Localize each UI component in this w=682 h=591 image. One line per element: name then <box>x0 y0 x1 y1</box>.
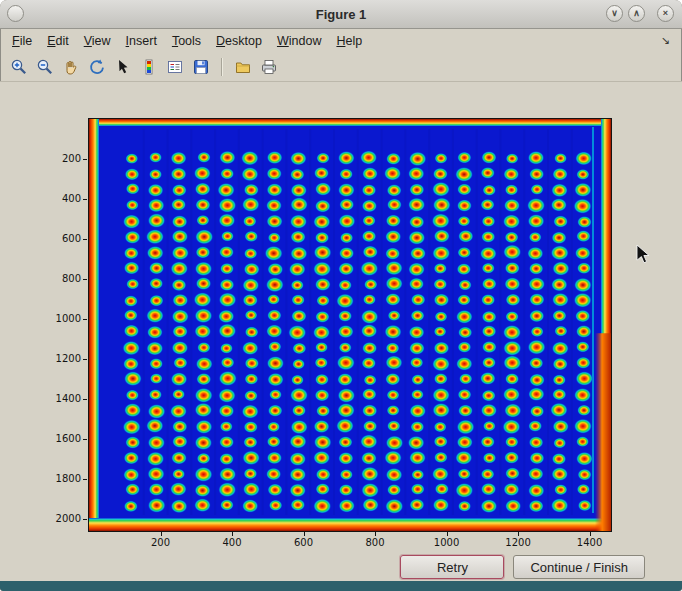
title-bar[interactable]: Figure 1 ∨ ∧ × <box>0 0 682 29</box>
y-tick-label: 2000 <box>39 513 81 524</box>
y-tick-label: 200 <box>39 153 81 164</box>
zoom-out-icon[interactable] <box>33 55 56 78</box>
close-button[interactable]: × <box>657 5 674 22</box>
chevron-up-icon: ∧ <box>633 9 640 18</box>
menu-window[interactable]: Window <box>277 34 321 48</box>
y-tick-mark <box>83 279 87 280</box>
menu-view[interactable]: View <box>84 34 111 48</box>
x-tick-mark <box>590 532 591 536</box>
window-title: Figure 1 <box>316 7 367 22</box>
continue-finish-button[interactable]: Continue / Finish <box>513 555 645 579</box>
toolbar <box>0 52 682 82</box>
y-tick-mark <box>83 239 87 240</box>
x-tick-mark <box>161 532 162 536</box>
legend-icon[interactable] <box>163 55 186 78</box>
y-tick-label: 600 <box>39 233 81 244</box>
minimize-button[interactable]: ∨ <box>606 5 623 22</box>
y-tick-label: 1400 <box>39 393 81 404</box>
toolbar-separator <box>221 58 222 76</box>
figure-window: Figure 1 ∨ ∧ × FileEditViewInsertToolsDe… <box>0 0 682 591</box>
x-tick-label: 1000 <box>427 537 467 548</box>
x-tick-mark <box>375 532 376 536</box>
menu-bar: FileEditViewInsertToolsDesktopWindowHelp… <box>0 29 682 52</box>
close-icon: × <box>663 9 668 18</box>
y-tick-mark <box>83 399 87 400</box>
open-icon[interactable] <box>231 55 254 78</box>
x-tick-label: 400 <box>212 537 252 548</box>
pan-icon[interactable] <box>59 55 82 78</box>
y-tick-mark <box>83 479 87 480</box>
menu-overflow-icon[interactable]: ↘ <box>661 34 670 47</box>
x-tick-mark <box>518 532 519 536</box>
x-tick-label: 600 <box>284 537 324 548</box>
y-tick-label: 800 <box>39 273 81 284</box>
menu-desktop[interactable]: Desktop <box>216 34 262 48</box>
print-icon[interactable] <box>257 55 280 78</box>
plot-image[interactable] <box>89 119 611 531</box>
rotate-3d-icon[interactable] <box>85 55 108 78</box>
y-tick-mark <box>83 439 87 440</box>
menu-insert[interactable]: Insert <box>126 34 157 48</box>
y-tick-label: 1200 <box>39 353 81 364</box>
save-icon[interactable] <box>189 55 212 78</box>
x-tick-mark <box>232 532 233 536</box>
y-tick-label: 400 <box>39 193 81 204</box>
menu-edit[interactable]: Edit <box>47 34 69 48</box>
zoom-in-icon[interactable] <box>7 55 30 78</box>
dialog-buttons: Retry Continue / Finish <box>400 555 645 579</box>
data-cursor-icon[interactable] <box>111 55 134 78</box>
x-tick-label: 200 <box>141 537 181 548</box>
axes <box>88 118 612 532</box>
y-tick-mark <box>83 199 87 200</box>
window-menu-button[interactable] <box>7 5 24 22</box>
colorbar-icon[interactable] <box>137 55 160 78</box>
maximize-button[interactable]: ∧ <box>628 5 645 22</box>
y-tick-mark <box>83 359 87 360</box>
y-tick-label: 1000 <box>39 313 81 324</box>
x-tick-label: 1400 <box>570 537 610 548</box>
chevron-down-icon: ∨ <box>611 9 618 18</box>
menu-help[interactable]: Help <box>336 34 362 48</box>
menu-tools[interactable]: Tools <box>172 34 201 48</box>
figure-canvas-area: 2004006008001000120014002004006008001000… <box>0 82 682 581</box>
x-tick-mark <box>304 532 305 536</box>
y-tick-label: 1600 <box>39 433 81 444</box>
menu-file[interactable]: File <box>12 34 32 48</box>
bottom-strip <box>0 581 682 591</box>
y-tick-label: 1800 <box>39 473 81 484</box>
x-tick-label: 1200 <box>498 537 538 548</box>
x-tick-mark <box>447 532 448 536</box>
retry-button[interactable]: Retry <box>400 555 504 579</box>
x-tick-label: 800 <box>355 537 395 548</box>
y-tick-mark <box>83 519 87 520</box>
y-tick-mark <box>83 159 87 160</box>
y-tick-mark <box>83 319 87 320</box>
